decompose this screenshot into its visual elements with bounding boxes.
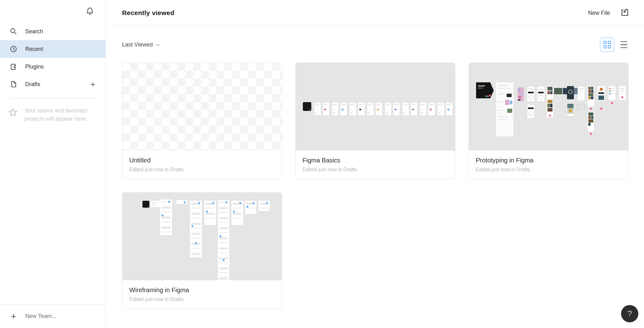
sidebar-item-recent[interactable]: Recent — [0, 40, 105, 58]
header: Recently viewed New File — [106, 0, 644, 26]
sidebar-item-label: Search — [25, 28, 43, 35]
view-toggles — [600, 38, 631, 52]
thumbnail-art — [122, 193, 282, 280]
file-title: Untitled — [129, 157, 275, 164]
file-card-figma-basics[interactable]: Figma Basics Edited just now in Drafts — [295, 63, 455, 179]
file-info: Figma Basics Edited just now in Drafts — [296, 150, 455, 172]
sidebar-item-label: Drafts — [25, 81, 40, 88]
file-title: Prototyping in Figma — [476, 157, 621, 164]
notifications-button[interactable] — [84, 5, 96, 18]
grid-view-button[interactable] — [600, 38, 614, 52]
file-info: Wireframing in Figma Edited just now in … — [122, 280, 282, 302]
teams-hint: Your teams and favorited projects will a… — [0, 98, 105, 123]
page-title: Recently viewed — [122, 9, 174, 17]
sidebar-item-drafts[interactable]: Drafts + — [0, 75, 105, 93]
bell-icon — [85, 6, 95, 17]
chevron-down-icon — [156, 41, 160, 48]
import-button[interactable] — [619, 7, 630, 19]
document-icon — [9, 79, 18, 89]
file-thumbnail-frames-row — [296, 63, 455, 150]
file-card-prototyping[interactable]: Prototyping in Figma Edited just now in … — [469, 63, 629, 179]
file-thumbnail-wireframe-columns — [122, 193, 282, 280]
main-content: Recently viewed New File Last Viewed — [106, 0, 644, 328]
sidebar-item-search[interactable]: Search — [0, 23, 105, 40]
sidebar-nav: Search Recent Plugins — [0, 23, 105, 93]
plus-icon: + — [9, 312, 18, 321]
sort-label: Last Viewed — [122, 41, 153, 48]
teams-hint-text: Your teams and favorited projects will a… — [25, 107, 97, 123]
new-team-label: New Team... — [25, 313, 57, 320]
import-box-arrow-icon — [619, 14, 630, 19]
add-draft-button[interactable]: + — [89, 79, 97, 90]
file-title: Wireframing in Figma — [129, 287, 275, 294]
file-meta: Edited just now in Drafts — [129, 167, 275, 172]
plugin-clipboard-icon — [9, 62, 18, 71]
help-button[interactable]: ? — [621, 305, 638, 322]
grid-icon — [603, 41, 611, 48]
rows-icon — [620, 41, 627, 48]
file-card-wireframing[interactable]: Wireframing in Figma Edited just now in … — [122, 192, 282, 309]
sidebar-item-plugins[interactable]: Plugins — [0, 58, 105, 75]
new-team-button[interactable]: + New Team... — [0, 304, 105, 328]
files-grid: Untitled Edited just now in Drafts Figma… — [122, 63, 644, 309]
list-view-button[interactable] — [617, 38, 631, 52]
sort-dropdown[interactable]: Last Viewed — [122, 41, 160, 48]
file-thumbnail-prototype-frames — [469, 63, 628, 150]
file-info: Prototyping in Figma Edited just now in … — [469, 150, 628, 172]
star-icon — [7, 107, 19, 118]
file-meta: Edited just now in Drafts — [303, 167, 448, 172]
sidebar-top — [0, 0, 105, 23]
file-title: Figma Basics — [303, 157, 448, 164]
figma-file-browser: Search Recent Plugins — [0, 0, 644, 328]
toolbar: Last Viewed — [106, 37, 644, 52]
clock-icon — [9, 44, 18, 54]
file-info: Untitled Edited just now in Drafts — [122, 150, 282, 172]
file-thumbnail-checkerboard — [122, 63, 282, 150]
sidebar: Search Recent Plugins — [0, 0, 106, 328]
thumbnail-art — [296, 63, 455, 150]
search-icon — [9, 27, 18, 36]
new-file-button[interactable]: New File — [588, 10, 610, 16]
sidebar-item-label: Plugins — [25, 63, 44, 70]
sidebar-item-label: Recent — [25, 46, 43, 52]
thumbnail-art — [469, 63, 629, 150]
file-meta: Edited just now in Drafts — [129, 297, 275, 302]
file-card-untitled[interactable]: Untitled Edited just now in Drafts — [122, 63, 282, 179]
file-meta: Edited just now in Drafts — [476, 167, 621, 172]
